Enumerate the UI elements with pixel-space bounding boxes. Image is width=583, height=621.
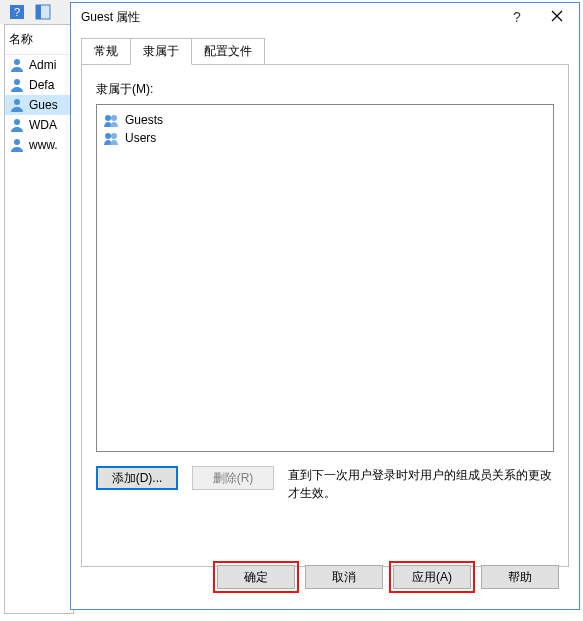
- tab-profile[interactable]: 配置文件: [191, 38, 265, 65]
- users-list-header: 名称: [5, 25, 73, 55]
- user-icon: [9, 137, 25, 153]
- tab-label: 配置文件: [204, 44, 252, 58]
- mmc-toolbar: ?: [0, 0, 70, 24]
- panel-toolbar-button[interactable]: [32, 2, 54, 22]
- list-item[interactable]: Defa: [5, 75, 73, 95]
- svg-point-9: [105, 115, 111, 121]
- list-item[interactable]: Admi: [5, 55, 73, 75]
- group-icon: [103, 112, 119, 128]
- memberof-label: 隶属于(M):: [96, 81, 554, 98]
- properties-dialog: Guest 属性 ? 常规 隶属于 配置文件 隶属于(M): Guests Us…: [70, 2, 580, 610]
- dialog-title: Guest 属性: [81, 9, 497, 26]
- panel-icon: [35, 4, 51, 20]
- svg-point-12: [111, 133, 117, 139]
- group-icon: [103, 130, 119, 146]
- list-item-label: Guests: [125, 113, 163, 127]
- help-icon: ?: [9, 4, 25, 20]
- user-icon: [9, 77, 25, 93]
- tab-label: 隶属于: [143, 44, 179, 58]
- list-item[interactable]: Guests: [101, 111, 549, 129]
- list-item[interactable]: Users: [101, 129, 549, 147]
- user-icon: [9, 57, 25, 73]
- help-toolbar-button[interactable]: ?: [6, 2, 28, 22]
- list-item-label: WDA: [29, 118, 57, 132]
- tab-label: 常规: [94, 44, 118, 58]
- list-item[interactable]: WDA: [5, 115, 73, 135]
- help-button[interactable]: 帮助: [481, 565, 559, 589]
- list-item[interactable]: www.: [5, 135, 73, 155]
- close-button[interactable]: [537, 3, 577, 31]
- context-help-button[interactable]: ?: [497, 3, 537, 31]
- list-item-label: Defa: [29, 78, 54, 92]
- close-icon: [551, 9, 563, 25]
- svg-point-7: [14, 119, 20, 125]
- svg-point-5: [14, 79, 20, 85]
- ok-button[interactable]: 确定: [217, 565, 295, 589]
- list-item-label: Admi: [29, 58, 56, 72]
- user-icon: [9, 117, 25, 133]
- svg-point-10: [111, 115, 117, 121]
- dialog-client: 常规 隶属于 配置文件 隶属于(M): Guests Users 添加(D)..…: [81, 41, 569, 599]
- list-item-label: www.: [29, 138, 58, 152]
- tabpage-memberof: 隶属于(M): Guests Users 添加(D)... 删除(R) 直到下一…: [81, 64, 569, 567]
- add-button[interactable]: 添加(D)...: [96, 466, 178, 490]
- memberof-note: 直到下一次用户登录时对用户的组成员关系的更改才生效。: [288, 466, 554, 502]
- svg-point-4: [14, 59, 20, 65]
- tab-general[interactable]: 常规: [81, 38, 131, 65]
- dialog-button-row: 确定 取消 应用(A) 帮助: [217, 565, 559, 589]
- svg-point-11: [105, 133, 111, 139]
- svg-text:?: ?: [14, 6, 20, 18]
- list-item-label: Users: [125, 131, 156, 145]
- tabstrip: 常规 隶属于 配置文件: [81, 41, 569, 65]
- apply-button[interactable]: 应用(A): [393, 565, 471, 589]
- svg-rect-3: [36, 5, 41, 19]
- remove-button: 删除(R): [192, 466, 274, 490]
- list-item[interactable]: Gues: [5, 95, 73, 115]
- users-list-panel: 名称 Admi Defa Gues WDA www.: [4, 24, 74, 614]
- svg-point-6: [14, 99, 20, 105]
- svg-point-8: [14, 139, 20, 145]
- user-icon: [9, 97, 25, 113]
- tab-memberof[interactable]: 隶属于: [130, 38, 192, 65]
- titlebar: Guest 属性 ?: [71, 3, 579, 31]
- memberof-listbox[interactable]: Guests Users: [96, 104, 554, 452]
- list-item-label: Gues: [29, 98, 58, 112]
- cancel-button[interactable]: 取消: [305, 565, 383, 589]
